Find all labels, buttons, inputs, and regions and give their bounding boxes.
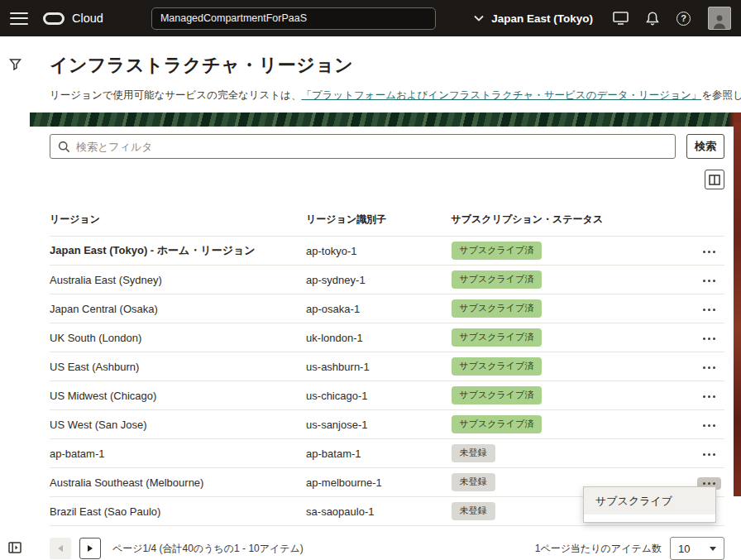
region-name-cell: ap-batam-1 <box>50 439 306 468</box>
brand-label: Cloud <box>72 12 103 25</box>
dot <box>708 453 710 456</box>
dot <box>708 337 710 340</box>
help-icon: ? <box>676 12 691 26</box>
region-name-cell: Japan Central (Osaka) <box>50 294 306 323</box>
manage-columns-button[interactable] <box>705 170 724 189</box>
rail-bottom-button[interactable] <box>8 542 22 553</box>
person-icon <box>711 12 728 29</box>
row-actions-button[interactable] <box>697 361 721 374</box>
region-identifier-cell: sa-saopaulo-1 <box>306 497 451 526</box>
bell-icon <box>646 12 659 26</box>
previous-page-button[interactable] <box>50 538 71 559</box>
subtitle-text: を参照してください。 <box>701 89 741 101</box>
regions-table-head: リージョン リージョン識別子 サブスクリプション・ステータス <box>50 206 724 237</box>
decorative-banner <box>30 112 741 127</box>
row-actions-cell <box>647 410 724 439</box>
region-identifier-cell: us-sanjose-1 <box>306 410 451 439</box>
dot <box>713 309 715 311</box>
region-name-cell: US East (Ashburn) <box>50 352 306 381</box>
region-name-cell: US West (San Jose) <box>50 410 306 439</box>
topbar: Cloud Japan East (Tokyo) ? <box>0 0 741 36</box>
row-actions-cell <box>647 237 724 266</box>
help-button[interactable]: ? <box>676 12 691 26</box>
region-identifier-cell: ap-batam-1 <box>306 439 451 468</box>
region-identifier-cell: us-ashburn-1 <box>306 352 451 381</box>
subscription-status-cell: サブスクライブ済 <box>452 323 648 352</box>
region-name-cell: Australia Southeast (Melbourne) <box>50 468 306 497</box>
row-actions-button[interactable] <box>697 448 721 461</box>
table-row: US Midwest (Chicago)us-chicago-1サブスクライブ済 <box>50 381 724 410</box>
columns-icon <box>709 175 720 185</box>
status-badge: 未登録 <box>452 444 495 462</box>
region-name-cell: UK South (London) <box>50 323 306 352</box>
items-per-page-label: 1ページ当たりのアイテム数 <box>535 542 662 556</box>
notifications-button[interactable] <box>646 12 659 26</box>
column-header-region: リージョン <box>50 206 306 237</box>
console-monitor-button[interactable] <box>613 12 629 25</box>
region-name-cell: US Midwest (Chicago) <box>50 381 306 410</box>
column-header-region-id: リージョン識別子 <box>306 206 451 237</box>
global-search-input[interactable] <box>151 7 436 30</box>
items-per-page-select[interactable]: 10 <box>670 537 724 560</box>
table-row: US West (San Jose)us-sanjose-1サブスクライブ済 <box>50 410 724 439</box>
region-identifier-cell: uk-london-1 <box>306 323 451 352</box>
hamburger-menu-button[interactable] <box>10 12 28 25</box>
chevron-down-icon <box>474 15 484 22</box>
status-badge: サブスクライブ済 <box>452 328 543 347</box>
search-icon <box>58 141 70 153</box>
region-name-cell: Japan East (Tokyo) - ホーム・リージョン <box>50 237 306 266</box>
filter-search-input[interactable] <box>76 141 667 153</box>
row-actions-button[interactable] <box>697 275 721 287</box>
row-actions-button[interactable] <box>697 419 721 432</box>
user-avatar[interactable] <box>708 7 731 30</box>
hamburger-line <box>10 17 28 19</box>
data-regions-doc-link[interactable]: 「プラットフォームおよびインフラストラクチャ・サービスのデータ・リージョン」 <box>301 89 701 101</box>
region-identifier-cell: ap-melbourne-1 <box>306 468 451 497</box>
column-header-actions <box>647 206 724 237</box>
row-actions-button[interactable] <box>697 333 721 345</box>
header-row: リージョン リージョン識別子 サブスクリプション・ステータス <box>50 206 724 237</box>
items-per-page-value: 10 <box>678 543 690 555</box>
subscription-status-cell: サブスクライブ済 <box>452 294 648 323</box>
dot <box>713 395 715 398</box>
dot <box>713 337 715 340</box>
row-actions-cell <box>647 266 724 294</box>
rail-top-button[interactable] <box>9 58 22 70</box>
dot <box>703 280 705 282</box>
context-menu-item[interactable]: サブスクライブ <box>584 487 715 515</box>
dot <box>708 395 710 398</box>
funnel-icon <box>9 58 22 70</box>
row-actions-button[interactable] <box>697 246 721 258</box>
chevron-right-icon <box>88 545 93 552</box>
dot <box>713 251 715 253</box>
row-actions-button[interactable] <box>697 390 721 403</box>
subtitle-text: リージョンで使用可能なサービスの完全なリストは、 <box>50 89 301 101</box>
row-actions-cell <box>647 352 724 381</box>
page-shell: インフラストラクチャ・リージョン リージョンで使用可能なサービスの完全なリストは… <box>0 36 741 560</box>
dot <box>713 453 715 456</box>
region-identifier-cell: ap-sydney-1 <box>306 266 451 294</box>
chevron-left-icon <box>58 545 63 552</box>
dot <box>703 251 705 253</box>
table-row: Australia East (Sydney)ap-sydney-1サブスクライ… <box>50 266 724 294</box>
next-page-button[interactable] <box>79 538 101 559</box>
region-picker[interactable]: Japan East (Tokyo) <box>474 12 593 25</box>
subscription-status-cell: サブスクライブ済 <box>452 266 648 294</box>
dot <box>703 482 705 485</box>
oci-console: Cloud Japan East (Tokyo) ? <box>0 0 741 560</box>
dot <box>708 482 710 485</box>
pagination-label: ページ1/4 (合計40のうちの1 - 10アイテム) <box>112 542 304 556</box>
dot <box>708 309 710 311</box>
dot <box>713 366 715 369</box>
search-button[interactable]: 検索 <box>686 134 724 159</box>
brand-logo[interactable]: Cloud <box>43 12 103 25</box>
region-label: Japan East (Tokyo) <box>491 12 593 25</box>
table-row: ap-batam-1ap-batam-1未登録 <box>50 439 724 468</box>
left-rail <box>0 36 30 560</box>
regions-table: リージョン リージョン識別子 サブスクリプション・ステータス Japan Eas… <box>50 206 724 526</box>
dot <box>713 280 715 282</box>
row-actions-button[interactable] <box>697 304 721 316</box>
monitor-icon <box>613 12 629 25</box>
page-subtitle: リージョンで使用可能なサービスの完全なリストは、「プラットフォームおよびインフラ… <box>50 89 721 103</box>
status-badge: サブスクライブ済 <box>452 357 543 376</box>
